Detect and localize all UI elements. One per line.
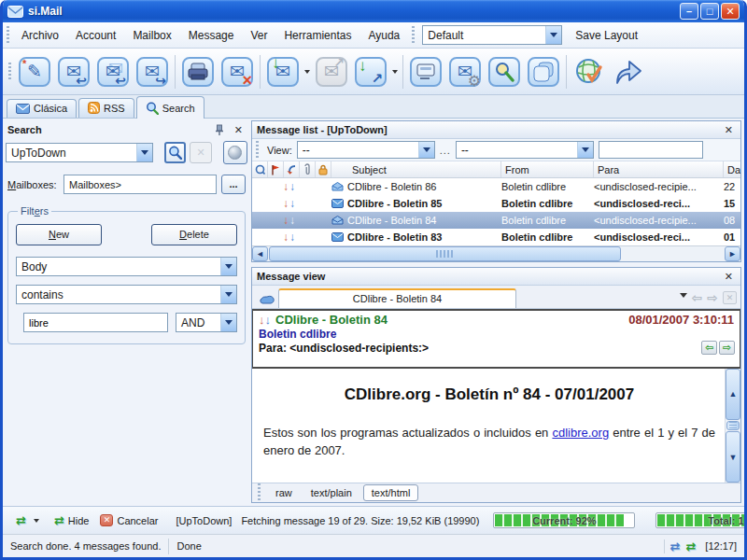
toolbar-grip[interactable] (411, 26, 416, 45)
mailboxes-browse-button[interactable]: ... (221, 175, 246, 194)
run-search-button[interactable] (164, 142, 186, 163)
scrollbar-track[interactable] (622, 246, 725, 261)
chevron-down-icon[interactable] (220, 314, 236, 331)
message-tab[interactable]: CDlibre - Boletin 84 (278, 288, 516, 308)
format-tab-textplain[interactable]: text/plain (303, 485, 359, 500)
message-row-selected[interactable]: ↓↓ CDlibre - Boletin 84 Boletin cdlibre … (252, 212, 740, 229)
send-queued-button[interactable]: ✉↗ (312, 51, 351, 92)
close-button[interactable]: ✕ (721, 3, 740, 20)
filter-field-select[interactable]: Body (16, 257, 237, 276)
toolbar-grip[interactable] (7, 63, 12, 81)
scroll-up-arrow[interactable]: ▲ (726, 369, 740, 420)
header-from[interactable]: Boletin cdlibre (259, 328, 734, 341)
close-message-list-icon[interactable]: ✕ (722, 124, 736, 136)
goto-button[interactable] (609, 51, 648, 92)
fetch-and-send-button[interactable]: ↓↗ (351, 51, 390, 92)
filter-operator-select[interactable]: contains (16, 285, 237, 304)
toolbar-grip[interactable] (255, 141, 260, 160)
menu-ayuda[interactable]: Ayuda (359, 26, 408, 45)
pin-icon[interactable] (214, 124, 225, 136)
menu-account[interactable]: Account (67, 26, 124, 45)
col-attachment[interactable] (300, 161, 316, 177)
fetch-and-send-dropdown[interactable] (390, 67, 400, 77)
chevron-down-icon[interactable] (220, 258, 236, 275)
format-tab-raw[interactable]: raw (268, 485, 300, 500)
minimize-button[interactable]: – (680, 3, 698, 20)
format-tab-texthtml[interactable]: text/html (363, 484, 419, 501)
chevron-down-icon[interactable] (418, 142, 434, 158)
cdlibre-link[interactable]: cdlibre.org (552, 426, 609, 440)
col-subject[interactable]: Subject (331, 161, 501, 177)
search-button[interactable] (485, 51, 524, 92)
chevron-down-icon[interactable] (577, 142, 593, 158)
delete-filter-button[interactable]: Delete (151, 224, 237, 245)
maximize-button[interactable]: □ (700, 3, 719, 20)
search-profile-select[interactable]: UpToDown (6, 143, 153, 162)
horizontal-scrollbar[interactable]: ◄ ► (252, 245, 740, 261)
print-button[interactable] (178, 51, 218, 92)
delete-button[interactable]: ✉× (218, 51, 257, 92)
window-layout-button[interactable] (524, 51, 563, 92)
tab-clasica[interactable]: Clásica (7, 99, 77, 118)
mailboxes-field[interactable]: Mailboxes> (63, 175, 217, 194)
col-flag[interactable] (268, 161, 284, 177)
toolbar-grip[interactable] (6, 26, 10, 45)
menu-mailbox[interactable]: Mailbox (124, 26, 179, 45)
fetch-mail-dropdown[interactable] (303, 67, 312, 77)
view-select-2[interactable]: -- (456, 141, 594, 159)
message-row[interactable]: ↓↓ CDlibre - Boletin 86 Boletin cdlibre … (252, 178, 740, 195)
send-activity-icon[interactable]: ⇄ (685, 539, 696, 553)
fetch-activity-icon[interactable]: ⇄ (670, 539, 681, 553)
message-tab-list-button[interactable] (256, 295, 278, 308)
vertical-scrollbar[interactable]: ▲ ▼ (725, 369, 740, 483)
reply-button[interactable]: ✉↩ (54, 51, 93, 92)
scroll-right-arrow[interactable]: ► (725, 246, 740, 261)
chevron-down-icon[interactable] (220, 286, 236, 303)
message-row[interactable]: ↓↓ CDlibre - Boletin 85 Boletin cdlibre … (252, 195, 740, 212)
fetch-mail-button[interactable]: ✉↓ (263, 51, 303, 92)
chevron-down-icon[interactable] (545, 26, 561, 44)
col-security[interactable] (316, 161, 331, 177)
search-options-button[interactable] (223, 141, 247, 164)
col-answered[interactable] (284, 161, 300, 177)
sync-split-button[interactable]: ⇄ (12, 511, 30, 529)
compose-button[interactable]: ✎* (15, 51, 54, 92)
close-panel-icon[interactable]: ✕ (232, 124, 246, 136)
chevron-down-icon[interactable] (136, 144, 152, 161)
hide-button[interactable]: ⇄ Hide (50, 511, 93, 529)
next-message-button[interactable]: ⇨ (719, 341, 735, 355)
scrollbar-thumb[interactable] (269, 246, 621, 261)
menu-herramientas[interactable]: Herramientas (275, 26, 359, 45)
scroll-left-arrow[interactable]: ◄ (252, 246, 268, 261)
save-layout-button[interactable]: Save Layout (566, 26, 647, 45)
forward-button[interactable]: ✉↪ (133, 51, 172, 92)
menu-ver[interactable]: Ver (242, 26, 275, 45)
layout-select[interactable]: Default (422, 25, 562, 45)
reply-all-button[interactable]: ✉↩ (93, 51, 133, 92)
cancel-button[interactable]: ✕ Cancelar (96, 512, 162, 528)
col-para[interactable]: Para (594, 161, 724, 177)
title-bar[interactable]: si.Mail – □ ✕ (3, 0, 744, 22)
tab-search[interactable]: Search (136, 96, 204, 119)
filter-logic-select[interactable]: AND (176, 313, 237, 332)
col-date[interactable]: Da (724, 161, 740, 177)
check-updates-button[interactable] (570, 51, 609, 92)
address-book-button[interactable] (406, 51, 445, 92)
filter-term-input[interactable] (23, 313, 168, 332)
new-filter-button[interactable]: New (16, 224, 102, 245)
scrollbar-thumb[interactable] (726, 421, 740, 431)
tab-rss[interactable]: RSS (78, 98, 134, 118)
menu-archivo[interactable]: Archivo (13, 26, 67, 45)
view-select-1[interactable]: -- (297, 141, 435, 159)
scroll-down-arrow[interactable]: ▼ (726, 431, 740, 483)
message-filters-button[interactable]: ✉⚙ (445, 51, 485, 92)
col-status[interactable] (252, 161, 268, 177)
toolbar-grip[interactable] (257, 483, 261, 502)
menu-message[interactable]: Message (180, 26, 243, 45)
prev-message-button[interactable]: ⇦ (701, 341, 717, 355)
sync-dropdown-icon[interactable] (34, 516, 39, 525)
close-message-view-icon[interactable]: ✕ (722, 271, 736, 283)
tab-list-dropdown-icon[interactable] (680, 292, 687, 303)
message-row[interactable]: ↓↓ CDlibre - Boletin 83 Boletin cdlibre … (252, 229, 740, 245)
quick-filter-input[interactable] (599, 141, 703, 159)
